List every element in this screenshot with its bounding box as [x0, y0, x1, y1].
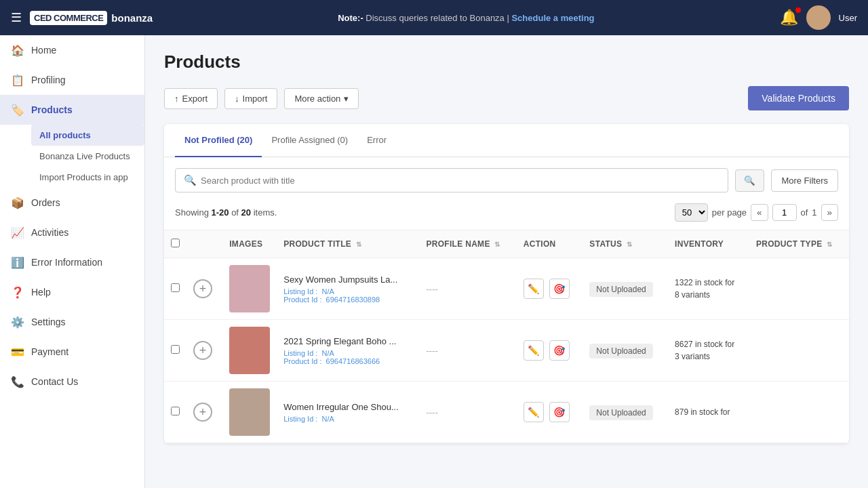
per-page-label: per page	[712, 207, 747, 218]
inventory-text: 8627 in stock for 3 variants	[675, 338, 743, 363]
th-product-title[interactable]: PRODUCT TITLE ⇅	[277, 230, 419, 258]
sidebar-item-orders[interactable]: 📦 Orders	[0, 188, 144, 218]
toolbar: ↑ Export ↓ Import More action ▾ Validate…	[164, 86, 849, 110]
status-badge: Not Uploaded	[589, 344, 652, 359]
notification-bell-wrap: 🔔	[780, 9, 798, 26]
inventory-line1: 879 in stock for	[675, 407, 730, 417]
row-checkbox[interactable]	[171, 345, 180, 354]
profiling-icon: 📋	[11, 73, 24, 87]
table-row: + Women Irregular One Shou... Listing Id…	[164, 382, 849, 443]
search-input[interactable]	[201, 176, 719, 186]
tab-profile-assigned[interactable]: Profile Assigned (0)	[262, 124, 357, 157]
table-header-row: IMAGES PRODUCT TITLE ⇅ PROFILE NAME ⇅ AC…	[164, 230, 849, 258]
tab-not-profiled[interactable]: Not Profiled (20)	[175, 124, 262, 157]
search-input-wrap: 🔍	[175, 168, 728, 192]
add-row-button[interactable]: +	[193, 341, 212, 360]
sort-icon-status: ⇅	[627, 241, 632, 248]
sidebar-item-profiling[interactable]: 📋 Profiling	[0, 65, 144, 95]
status-badge: Not Uploaded	[589, 405, 652, 420]
row-product-type-cell	[749, 320, 849, 382]
sidebar: 🏠 Home 📋 Profiling 🏷️ Products All produ…	[0, 35, 145, 488]
target-button[interactable]: 🎯	[549, 340, 570, 361]
select-all-checkbox[interactable]	[171, 239, 180, 247]
sort-icon-type: ⇅	[827, 241, 832, 248]
add-row-button[interactable]: +	[193, 403, 212, 422]
product-title: Sexy Women Jumpsuits La...	[283, 274, 412, 285]
home-icon: 🏠	[11, 43, 24, 57]
th-action: ACTION	[517, 230, 583, 258]
schedule-meeting-link[interactable]: Schedule a meeting	[511, 13, 594, 23]
sidebar-item-label: Contact Us	[31, 376, 78, 387]
current-page-input[interactable]	[772, 204, 797, 221]
username: User	[839, 13, 857, 23]
sidebar-item-label: Profiling	[31, 75, 66, 85]
edit-button[interactable]: ✏️	[524, 402, 544, 422]
th-status[interactable]: STATUS ⇅	[583, 230, 668, 258]
more-filters-button[interactable]: More Filters	[771, 169, 838, 192]
more-action-button[interactable]: More action ▾	[284, 88, 359, 109]
profile-name: ----	[426, 407, 437, 418]
note-text: Discuss queries related to Bonanza |	[366, 13, 511, 23]
tab-error[interactable]: Error	[357, 124, 396, 157]
row-inventory-cell: 1322 in stock for 8 variants	[668, 258, 749, 320]
row-product-type-cell	[749, 382, 849, 443]
product-id-value[interactable]: 6964716863666	[326, 357, 380, 365]
sidebar-item-contact-us[interactable]: 📞 Contact Us	[0, 367, 144, 396]
sidebar-item-label: Help	[31, 287, 51, 298]
search-button[interactable]: 🔍	[735, 169, 764, 192]
menu-icon[interactable]: ☰	[11, 10, 22, 25]
sidebar-item-error-information[interactable]: ℹ️ Error Information	[0, 247, 144, 277]
products-card: Not Profiled (20) Profile Assigned (0) E…	[164, 124, 849, 443]
logo-brand: bonanza	[111, 12, 153, 24]
export-button[interactable]: ↑ Export	[164, 88, 218, 109]
th-profile-name[interactable]: PROFILE NAME ⇅	[419, 230, 516, 258]
sidebar-item-settings[interactable]: ⚙️ Settings	[0, 307, 144, 337]
sidebar-sub-import-products[interactable]: Import Products in app	[31, 167, 144, 188]
sidebar-item-label: Orders	[31, 197, 60, 208]
topbar: ☰ CED COMMERCE bonanza Note:- Discuss qu…	[0, 0, 868, 35]
sidebar-sub-all-products[interactable]: All products	[31, 125, 144, 146]
add-row-button[interactable]: +	[193, 279, 212, 298]
target-button[interactable]: 🎯	[549, 279, 570, 299]
row-checkbox[interactable]	[171, 407, 180, 415]
avatar[interactable]	[806, 5, 831, 30]
export-icon: ↑	[174, 94, 179, 104]
row-action-cell: ✏️ 🎯	[517, 258, 583, 320]
showing-total: 20	[241, 207, 251, 218]
edit-button[interactable]: ✏️	[524, 340, 544, 361]
product-id-value[interactable]: 6964716830898	[326, 296, 380, 304]
sort-icon-profile: ⇅	[494, 241, 500, 248]
table-row: + 2021 Spring Elegant Boho ... Listing I…	[164, 320, 849, 382]
sidebar-item-products[interactable]: 🏷️ Products	[0, 95, 144, 125]
product-title: Women Irregular One Shou...	[283, 402, 412, 412]
th-product-type[interactable]: PRODUCT TYPE ⇅	[749, 230, 849, 258]
last-page-button[interactable]: »	[821, 204, 838, 221]
export-label: Export	[182, 94, 208, 104]
row-profile-name-cell: ----	[419, 258, 516, 320]
sidebar-item-label: Products	[31, 104, 73, 115]
product-meta: Listing Id : N/A	[283, 415, 412, 423]
validate-products-button[interactable]: Validate Products	[748, 86, 849, 110]
import-icon: ↓	[235, 94, 239, 104]
product-meta: Listing Id : N/A	[283, 287, 412, 296]
target-button[interactable]: 🎯	[549, 402, 570, 422]
sidebar-item-help[interactable]: ❓ Help	[0, 277, 144, 307]
row-checkbox[interactable]	[171, 283, 180, 292]
row-product-type-cell	[749, 258, 849, 320]
sidebar-item-payment[interactable]: 💳 Payment	[0, 337, 144, 367]
sidebar-item-home[interactable]: 🏠 Home	[0, 35, 144, 65]
sidebar-sub-bonanza-live[interactable]: Bonanza Live Products	[31, 146, 144, 167]
per-page-select[interactable]: 50	[675, 203, 708, 222]
profile-name: ----	[426, 346, 437, 356]
sidebar-item-label: Home	[31, 45, 56, 56]
listing-id-label: Listing Id :	[283, 349, 317, 357]
sidebar-item-label: Settings	[31, 317, 66, 327]
import-button[interactable]: ↓ Import	[224, 88, 277, 109]
products-icon: 🏷️	[11, 103, 24, 117]
row-inventory-cell: 879 in stock for	[668, 382, 749, 443]
sidebar-item-activities[interactable]: 📈 Activities	[0, 218, 144, 247]
first-page-button[interactable]: «	[751, 204, 768, 221]
logo-text: CED COMMERCE	[34, 13, 103, 23]
sidebar-item-label: Activities	[31, 227, 68, 238]
edit-button[interactable]: ✏️	[524, 279, 544, 299]
